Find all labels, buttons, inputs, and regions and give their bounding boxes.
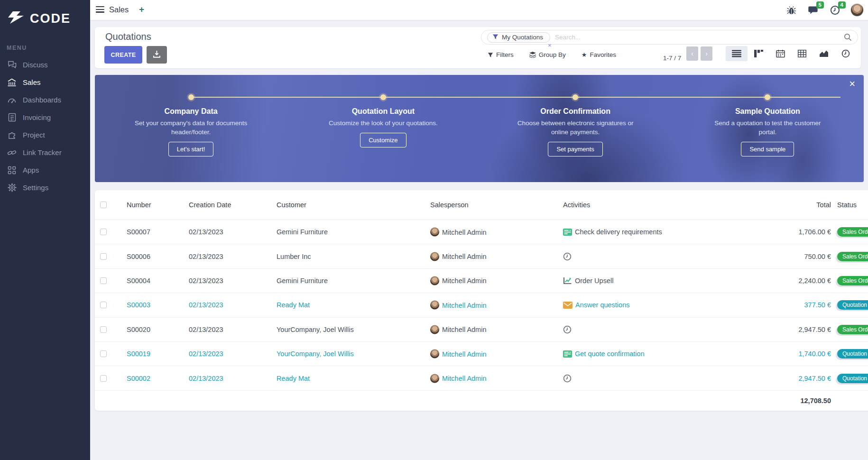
select-all-checkbox[interactable] — [100, 202, 107, 208]
quotation-row-S00006[interactable]: S0000602/13/2023Lumber IncMitchell Admin… — [95, 244, 868, 268]
header-total[interactable]: Total — [749, 201, 831, 209]
list-view-icon[interactable] — [726, 46, 748, 61]
quotation-row-S00019[interactable]: S0001902/13/2023YourCompany, Joel Willis… — [95, 342, 868, 366]
quotation-row-S00003[interactable]: S0000302/13/2023Ready MatMitchell AdminA… — [95, 293, 868, 317]
status-badge: Sales Order — [837, 325, 868, 334]
export-button[interactable] — [147, 46, 167, 64]
app-logo[interactable]: CODE — [0, 0, 90, 27]
facet-remove-icon[interactable]: × — [548, 42, 552, 48]
row-checkbox[interactable] — [100, 253, 107, 260]
view-switcher — [726, 46, 857, 61]
create-button[interactable]: CREATE — [104, 46, 142, 64]
row-checkbox[interactable] — [100, 375, 107, 382]
calendar-view-icon[interactable] — [769, 46, 791, 61]
sidebar-item-discuss[interactable]: Discuss — [0, 56, 90, 74]
kanban-view-icon[interactable] — [748, 46, 769, 61]
user-avatar[interactable] — [851, 4, 863, 16]
customer-name: Ready Mat — [277, 375, 310, 382]
row-checkbox[interactable] — [100, 350, 107, 357]
salesperson-avatar — [430, 276, 439, 285]
quotation-row-S00002[interactable]: S0000202/13/2023Ready MatMitchell Admin2… — [95, 366, 868, 390]
graph-view-icon[interactable] — [813, 46, 835, 61]
row-checkbox[interactable] — [100, 326, 107, 333]
salesperson-name: Mitchell Admin — [442, 301, 486, 309]
activity-cell[interactable]: Order Upsell — [563, 276, 613, 285]
salesperson-cell: Mitchell Admin — [430, 252, 486, 261]
row-checkbox[interactable] — [100, 229, 107, 235]
activity-cell[interactable] — [563, 325, 572, 334]
header-status[interactable]: Status — [837, 201, 857, 209]
header-creation-date[interactable]: Creation Date — [189, 201, 231, 209]
quotation-number: S00007 — [127, 228, 150, 236]
activity-cell[interactable] — [563, 374, 572, 383]
activity-clock-icon[interactable]: 4 — [829, 4, 840, 16]
step-action-button[interactable]: Let's start! — [168, 142, 214, 156]
header-customer[interactable]: Customer — [277, 201, 306, 209]
row-checkbox[interactable] — [100, 302, 107, 308]
activity-cell[interactable]: Check delivery requirements — [563, 228, 662, 236]
hamburger-menu-icon[interactable] — [96, 6, 104, 13]
logo-icon — [7, 10, 26, 27]
activity-cell[interactable]: Answer questions — [563, 301, 629, 309]
pager-prev-button[interactable]: ‹ — [686, 46, 698, 61]
step-description: Send a quotation to test the customer po… — [708, 119, 827, 137]
clock-icon — [563, 374, 572, 383]
activity-cell[interactable]: Get quote confirmation — [563, 350, 645, 358]
group-by-button[interactable]: Group By — [529, 51, 566, 58]
tab-sales[interactable]: Sales — [109, 5, 129, 14]
pager-next-button[interactable]: › — [701, 46, 712, 61]
table-header-row: Number Creation Date Customer Salesperso… — [95, 190, 868, 220]
bug-icon[interactable] — [785, 4, 797, 16]
pager-range: 1-7 / 7 — [663, 55, 681, 62]
search-icon[interactable] — [844, 33, 852, 41]
quotation-row-S00004[interactable]: S0000402/13/2023Gemini FurnitureMitchell… — [95, 269, 868, 293]
header-number[interactable]: Number — [127, 201, 151, 209]
sidebar-item-settings[interactable]: Settings — [0, 179, 90, 196]
filters-button[interactable]: Filters — [488, 51, 514, 58]
total-amount: 377.50 € — [749, 301, 831, 309]
step-action-button[interactable]: Send sample — [741, 142, 794, 156]
search-input[interactable] — [550, 34, 844, 41]
step-action-button[interactable]: Set payments — [548, 142, 603, 156]
header-salesperson[interactable]: Salesperson — [430, 201, 469, 209]
messages-icon[interactable]: 5 — [807, 4, 819, 16]
row-checkbox[interactable] — [100, 277, 107, 284]
download-icon — [153, 50, 161, 60]
activity-label: Get quote confirmation — [575, 350, 645, 358]
sidebar-item-dashboards[interactable]: Dashboards — [0, 91, 90, 109]
salesperson-avatar — [430, 325, 439, 334]
step-title: Company Data — [95, 107, 287, 116]
salesperson-cell: Mitchell Admin — [430, 350, 486, 359]
sidebar-item-apps[interactable]: Apps — [0, 161, 90, 179]
sidebar-item-sales[interactable]: Sales — [0, 74, 90, 91]
step-action-button[interactable]: Customize — [360, 133, 406, 147]
sidebar-item-link-tracker[interactable]: Link Tracker — [0, 144, 90, 161]
close-icon[interactable]: × — [849, 79, 855, 89]
quotation-number: S00004 — [127, 277, 150, 285]
salesperson-name: Mitchell Admin — [442, 375, 486, 382]
menu-section-label: MENU — [0, 27, 90, 56]
gauge-icon — [7, 95, 17, 105]
activity-cell[interactable] — [563, 252, 572, 261]
chat-icon — [7, 60, 17, 70]
activity-count-badge: 4 — [838, 1, 846, 9]
creation-date: 02/13/2023 — [189, 301, 223, 309]
sidebar-item-invoicing[interactable]: $=Invoicing — [0, 109, 90, 126]
sidebar-item-project[interactable]: Project — [0, 126, 90, 144]
table-footer: 12,708.50 — [95, 391, 868, 411]
salesperson-avatar — [430, 350, 439, 359]
pivot-view-icon[interactable] — [791, 46, 813, 61]
quotation-number: S00006 — [127, 253, 150, 260]
star-icon: ★ — [582, 51, 587, 58]
status-badge: Quotation — [837, 374, 868, 383]
header-activities[interactable]: Activities — [563, 201, 590, 209]
topbar: Sales + 5 4 — [90, 0, 868, 20]
activity-view-icon[interactable] — [835, 46, 857, 61]
onboarding-step-2: Quotation LayoutCustomize the look of yo… — [287, 75, 479, 182]
quotation-row-S00020[interactable]: S0002002/13/2023YourCompany, Joel Willis… — [95, 318, 868, 342]
favorites-button[interactable]: ★ Favorites — [582, 51, 616, 58]
search-facet-chip[interactable]: My Quotations — [487, 32, 550, 43]
quotation-row-S00007[interactable]: S0000702/13/2023Gemini FurnitureMitchell… — [95, 220, 868, 244]
step-title: Sample Quotation — [672, 107, 864, 116]
new-tab-button[interactable]: + — [139, 4, 144, 15]
